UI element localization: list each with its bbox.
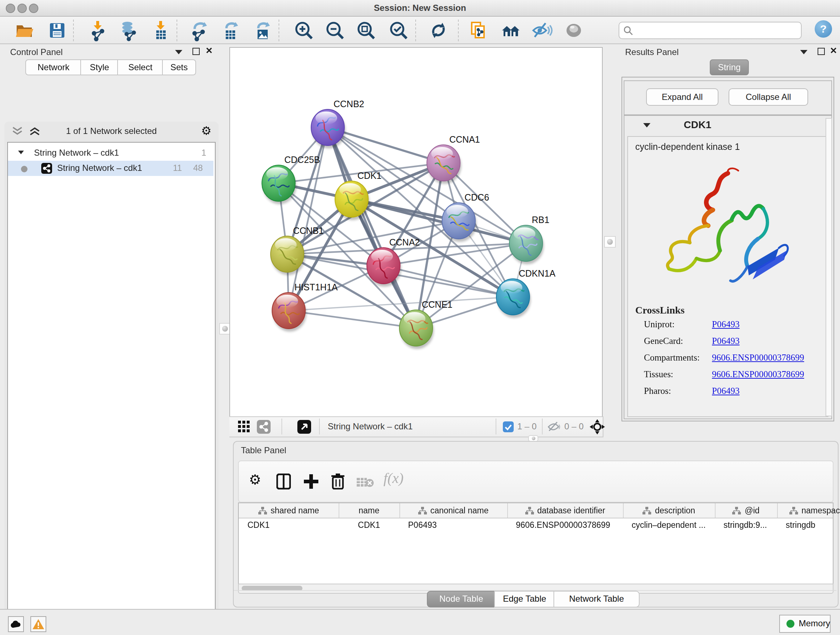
table-cell[interactable]: 9606.ENSP00000378699: [507, 518, 623, 532]
network-node-ccna1[interactable]: CCNA1: [427, 134, 480, 184]
column-header-canonical-name[interactable]: canonical name: [399, 503, 508, 518]
right-splitter-handle[interactable]: [604, 236, 616, 248]
export-network-icon[interactable]: [188, 19, 210, 41]
warning-button[interactable]: [30, 616, 46, 632]
panel-menu-icon[interactable]: [800, 50, 807, 54]
tab-edge-table[interactable]: Edge Table: [494, 591, 555, 608]
import-table-file-icon[interactable]: [150, 19, 172, 41]
selected-checkbox-icon[interactable]: [503, 421, 514, 432]
hide-selected-icon[interactable]: [531, 19, 553, 41]
tab-select[interactable]: Select: [117, 59, 164, 75]
add-column-icon[interactable]: [303, 473, 319, 489]
open-session-icon[interactable]: [14, 19, 35, 41]
crosslink-value-link[interactable]: P06493: [712, 386, 739, 397]
network-node-ccnb2[interactable]: CCNB2: [311, 99, 364, 149]
string-network-icon: [41, 163, 52, 174]
table-options-gear-icon[interactable]: ⚙: [249, 471, 261, 488]
table-cell[interactable]: CDK1: [339, 518, 399, 532]
network-options-gear-icon[interactable]: ⚙: [201, 124, 212, 138]
float-panel-icon[interactable]: [818, 48, 825, 55]
tab-node-table[interactable]: Node Table: [427, 591, 496, 608]
column-header-database-identifier[interactable]: database identifier: [507, 503, 624, 518]
clone-network-icon[interactable]: [467, 19, 489, 41]
refresh-icon[interactable]: [428, 19, 449, 41]
network-graph[interactable]: CCNB2CCNA1CDC25BCDK1CDC6RB1CCNB1CCNA2CDK…: [230, 48, 602, 416]
network-edge[interactable]: [289, 310, 416, 328]
search-field[interactable]: [619, 22, 802, 39]
crosslink-value-link[interactable]: P06493: [712, 319, 739, 330]
first-neighbors-icon[interactable]: [500, 19, 522, 41]
show-columns-icon[interactable]: [276, 473, 291, 489]
float-panel-icon[interactable]: [193, 48, 200, 55]
expand-all-button[interactable]: Expand All: [646, 88, 718, 106]
network-node-cdkn1a[interactable]: CDKN1A: [496, 268, 556, 318]
table-cell[interactable]: cyclin–dependent ...: [623, 518, 715, 532]
node-label: CCNB2: [333, 99, 364, 109]
export-table-icon[interactable]: [219, 19, 241, 41]
toolbar-separator: [458, 19, 459, 41]
close-panel-icon[interactable]: ✕: [830, 47, 837, 54]
panel-menu-icon[interactable]: [175, 50, 182, 54]
tab-network[interactable]: Network: [25, 59, 82, 75]
show-all-icon[interactable]: [563, 19, 584, 41]
application-window: Session: New Session: [0, 0, 840, 635]
export-image-icon[interactable]: [251, 19, 273, 41]
node-label: CCNA2: [389, 237, 420, 247]
zoom-selected-icon[interactable]: [388, 19, 409, 41]
column-header-description[interactable]: description: [623, 503, 715, 518]
collection-expander-icon[interactable]: [18, 150, 24, 154]
import-network-database-icon[interactable]: [118, 19, 140, 41]
node-label: CDKN1A: [519, 268, 556, 279]
cloud-button[interactable]: [8, 616, 24, 632]
results-scrollbar[interactable]: [826, 118, 832, 416]
function-builder-icon-disabled: f(x): [384, 470, 404, 486]
network-node-rb1[interactable]: RB1: [509, 215, 549, 264]
tab-style[interactable]: Style: [80, 59, 118, 75]
collapse-all-button[interactable]: Collapse All: [729, 88, 808, 106]
save-session-icon[interactable]: [46, 19, 68, 41]
table-cell[interactable]: stringdb: [777, 518, 840, 532]
column-tree-icon: [525, 507, 534, 515]
hidden-counts: 0 – 0: [564, 421, 584, 432]
network-collection-row[interactable]: String Network – cdk1 1: [8, 146, 213, 161]
table-cell[interactable]: CDK1: [239, 518, 339, 532]
network-selection-status: 1 of 1 Network selected: [4, 126, 218, 136]
grid-mode-icon[interactable]: [238, 421, 250, 433]
column-header--id[interactable]: @id: [715, 503, 778, 518]
tab-network-table[interactable]: Network Table: [554, 591, 639, 608]
help-button[interactable]: ?: [815, 20, 832, 38]
column-header-namespace[interactable]: namespace: [777, 503, 840, 518]
column-header-name[interactable]: name: [339, 503, 400, 518]
crosslink-value-link[interactable]: 9606.ENSP00000378699: [712, 369, 804, 380]
delete-column-icon[interactable]: [331, 473, 345, 489]
network-node-ccnb1[interactable]: CCNB1: [271, 226, 324, 275]
zoom-out-icon[interactable]: [324, 19, 346, 41]
crosslink-label: Compartments:: [644, 353, 699, 363]
search-input[interactable]: [637, 23, 799, 38]
node-table[interactable]: shared namenamecanonical namedatabase id…: [238, 502, 834, 584]
table-cell[interactable]: stringdb:9...: [715, 518, 777, 532]
fit-content-crosshair-icon[interactable]: [590, 419, 605, 434]
gene-details: cyclin-dependent kinase 1: [627, 136, 829, 417]
network-badge-icon[interactable]: [257, 420, 271, 434]
gene-section-expander-icon[interactable]: [643, 123, 651, 127]
tab-sets[interactable]: Sets: [162, 59, 196, 75]
tab-string[interactable]: String: [710, 59, 749, 75]
zoom-fit-icon[interactable]: [355, 19, 377, 41]
network-view-canvas[interactable]: CCNB2CCNA1CDC25BCDK1CDC6RB1CCNB1CCNA2CDK…: [229, 47, 603, 417]
memory-button[interactable]: Memory: [779, 615, 831, 633]
memory-status-dot: [786, 620, 794, 628]
column-header-shared-name[interactable]: shared name: [239, 503, 339, 518]
crosslink-value-link[interactable]: P06493: [712, 336, 739, 347]
network-node-hist1h1a[interactable]: HIST1H1A: [272, 282, 338, 332]
crosslink-value-link[interactable]: 9606.ENSP00000378699: [712, 353, 804, 363]
table-toolbar: ⚙ f(x): [238, 461, 834, 502]
open-in-window-icon[interactable]: [297, 420, 311, 434]
network-edge[interactable]: [328, 127, 416, 328]
import-network-file-icon[interactable]: [87, 19, 109, 41]
close-panel-icon[interactable]: ✕: [205, 47, 213, 54]
network-row-selected[interactable]: String Network – cdk1 11 48: [8, 161, 213, 176]
results-buttons-box: Expand All Collapse All: [624, 80, 832, 115]
zoom-in-icon[interactable]: [293, 19, 315, 41]
table-cell[interactable]: P06493: [399, 518, 507, 532]
